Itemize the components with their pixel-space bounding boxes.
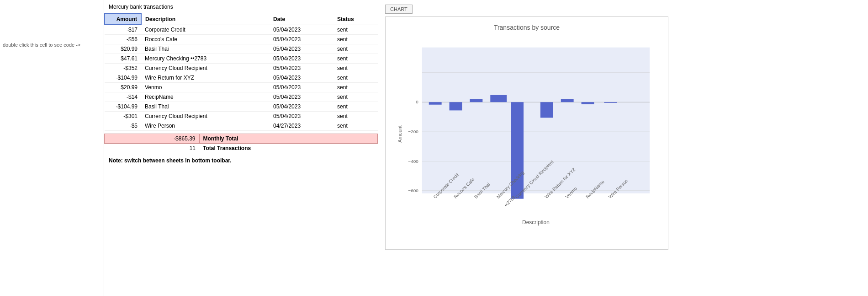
cell-date: 04/27/2023	[270, 121, 333, 131]
section-title: Mercury bank transactions	[104, 0, 378, 13]
table-row: -$104.99Basil Thai05/04/2023sent	[105, 102, 378, 112]
y-label-0: 0	[416, 99, 418, 104]
cell-amount: -$104.99	[105, 73, 141, 83]
table-row: -$104.99Wire Return for XYZ05/04/2023sen…	[105, 73, 378, 83]
cell-amount: -$14	[105, 92, 141, 102]
cell-date: 05/04/2023	[270, 35, 333, 44]
cell-date: 05/04/2023	[270, 73, 333, 83]
cell-description: Mercury Checking ••2783	[141, 54, 270, 64]
chart-area: CHART Transactions by source	[378, 0, 868, 296]
col-description: Description	[141, 14, 270, 25]
cell-status: sent	[333, 83, 378, 92]
monthly-total-row: -$865.39 Monthly Total	[105, 134, 378, 144]
bar-recipname	[582, 102, 594, 104]
cell-amount: -$352	[105, 64, 141, 73]
chart-wrapper: Transactions by source	[385, 16, 668, 250]
cell-date: 05/04/2023	[270, 64, 333, 73]
main-panel: Mercury bank transactions Amount Descrip…	[104, 0, 868, 296]
cell-amount: -$301	[105, 112, 141, 121]
table-row: $20.99Venmo05/04/2023sent	[105, 83, 378, 92]
bar-venmo	[561, 99, 574, 102]
cell-description: Wire Person	[141, 121, 270, 131]
y-label-200: −200	[408, 129, 418, 134]
cell-status: sent	[333, 121, 378, 131]
table-area: Mercury bank transactions Amount Descrip…	[104, 0, 378, 296]
chart-svg: 0 −200 −400 −600 Amount	[395, 36, 659, 232]
table-row: $47.61Mercury Checking ••278305/04/2023s…	[105, 54, 378, 64]
table-row: -$5Wire Person04/27/2023sent	[105, 121, 378, 131]
bar-wire-return	[540, 102, 553, 118]
cell-status: sent	[333, 54, 378, 64]
total-transactions-row: 11 Total Transactions	[105, 144, 378, 153]
monthly-total-label: Monthly Total	[199, 134, 378, 144]
table-row: -$301Currency Cloud Recipient05/04/2023s…	[105, 112, 378, 121]
total-transactions-value: 11	[105, 144, 200, 153]
cell-date: 05/04/2023	[270, 44, 333, 54]
table-row: -$352Currency Cloud Recipient05/04/2023s…	[105, 64, 378, 73]
cell-description: RecipName	[141, 92, 270, 102]
cell-status: sent	[333, 64, 378, 73]
bar-mercury-checking	[490, 95, 507, 102]
monthly-total-value: -$865.39	[105, 134, 200, 144]
cell-description: Basil Thai	[141, 44, 270, 54]
cell-amount: -$5	[105, 121, 141, 131]
cell-description: Corporate Credit	[141, 25, 270, 35]
cell-date: 05/04/2023	[270, 92, 333, 102]
left-panel: double click this cell to see code ->	[0, 0, 104, 296]
bar-corporate-credit	[429, 102, 442, 104]
note-text: Note: switch between sheets in bottom to…	[104, 153, 378, 168]
bar-basil-thai	[470, 99, 482, 102]
y-label-600: −600	[408, 188, 418, 193]
cell-date: 05/04/2023	[270, 25, 333, 35]
cell-description: Basil Thai	[141, 102, 270, 112]
cell-status: sent	[333, 35, 378, 44]
cell-status: sent	[333, 25, 378, 35]
transactions-table: Amount Description Date Status -$17Corpo…	[104, 13, 378, 131]
chart-title: Transactions by source	[395, 24, 659, 31]
col-date: Date	[270, 14, 333, 25]
table-row: -$56Rocco's Cafe05/04/2023sent	[105, 35, 378, 44]
cell-description: Currency Cloud Recipient	[141, 64, 270, 73]
cell-amount: -$104.99	[105, 102, 141, 112]
cell-date: 05/04/2023	[270, 83, 333, 92]
cell-hint: double click this cell to see code ->	[0, 40, 104, 49]
chart-tab[interactable]: CHART	[385, 5, 413, 14]
col-amount[interactable]: Amount	[105, 14, 141, 25]
cell-description: Rocco's Cafe	[141, 35, 270, 44]
cell-description: Wire Return for XYZ	[141, 73, 270, 83]
chart-bg	[422, 48, 650, 194]
cell-date: 05/04/2023	[270, 102, 333, 112]
col-status: Status	[333, 14, 378, 25]
y-axis-title: Amount	[397, 125, 402, 143]
cell-description: Venmo	[141, 83, 270, 92]
cell-amount: -$17	[105, 25, 141, 35]
cell-amount: $20.99	[105, 44, 141, 54]
summary-table: -$865.39 Monthly Total 11 Total Transact…	[104, 134, 378, 153]
cell-status: sent	[333, 112, 378, 121]
table-row: -$14RecipName05/04/2023sent	[105, 92, 378, 102]
cell-date: 05/04/2023	[270, 54, 333, 64]
table-header-row: Amount Description Date Status	[105, 14, 378, 25]
cell-status: sent	[333, 102, 378, 112]
cell-date: 05/04/2023	[270, 112, 333, 121]
total-transactions-label: Total Transactions	[199, 144, 378, 153]
x-axis-title: Description	[522, 219, 550, 226]
table-row: $20.99Basil Thai05/04/2023sent	[105, 44, 378, 54]
cell-status: sent	[333, 44, 378, 54]
cell-status: sent	[333, 92, 378, 102]
cell-status: sent	[333, 73, 378, 83]
y-label-400: −400	[408, 159, 418, 164]
bar-wire-person	[604, 102, 617, 103]
cell-amount: $47.61	[105, 54, 141, 64]
summary-section: -$865.39 Monthly Total 11 Total Transact…	[104, 134, 378, 153]
table-row: -$17Corporate Credit05/04/2023sent	[105, 25, 378, 35]
chart-inner: 0 −200 −400 −600 Amount	[395, 36, 659, 232]
cell-amount: -$56	[105, 35, 141, 44]
cell-amount: $20.99	[105, 83, 141, 92]
cell-description: Currency Cloud Recipient	[141, 112, 270, 121]
bar-roccos-cafe	[450, 102, 462, 110]
